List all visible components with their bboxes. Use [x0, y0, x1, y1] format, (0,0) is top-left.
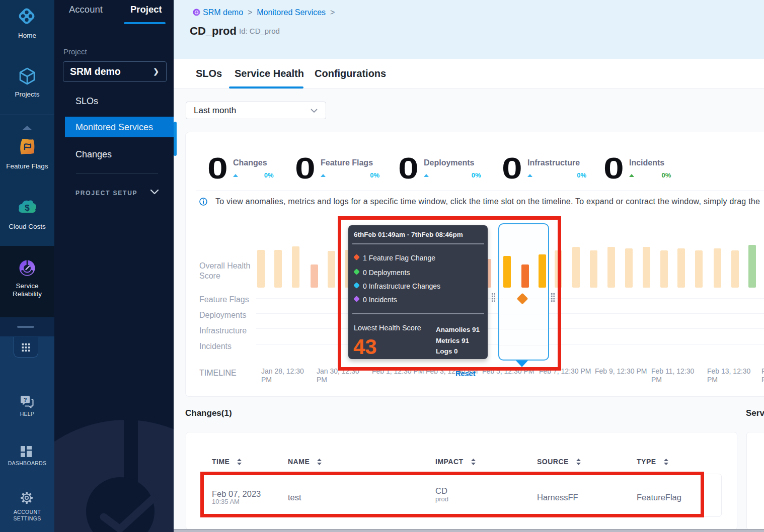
- svg-text:$: $: [25, 203, 30, 213]
- svg-text:?: ?: [24, 397, 27, 403]
